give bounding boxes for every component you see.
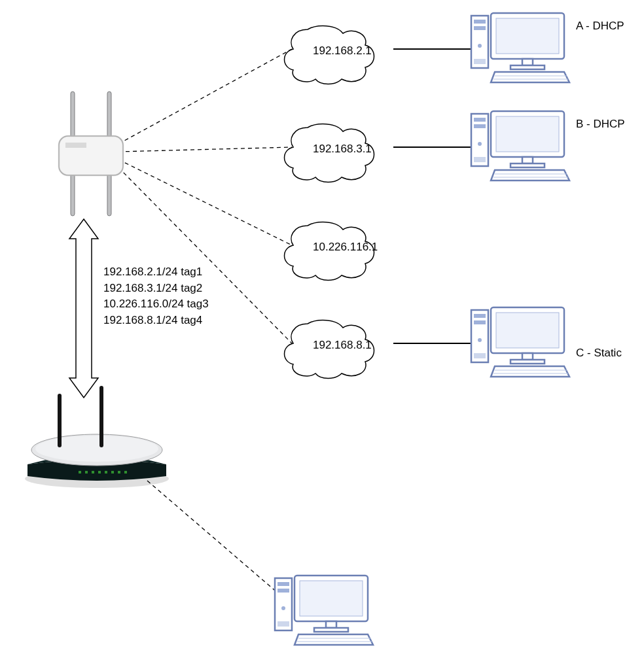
svg-rect-11 — [98, 471, 101, 473]
svg-rect-4 — [65, 143, 86, 148]
link-ap-cloud1 — [118, 49, 292, 144]
cloud-4-ip: 192.168.8.1 — [313, 339, 372, 352]
svg-rect-15 — [124, 471, 127, 473]
svg-rect-10 — [92, 471, 94, 473]
trunk-arrow — [69, 219, 98, 398]
link-ap-cloud2 — [118, 147, 292, 152]
trunk-line-1: 192.168.2.1/24 tag1 — [103, 264, 209, 281]
svg-rect-12 — [105, 471, 107, 473]
computer-c-icon — [471, 307, 569, 377]
trunk-line-3: 10.226.116.0/24 tag3 — [103, 296, 209, 313]
router-icon — [25, 386, 169, 488]
link-router-pc — [147, 481, 288, 602]
host-a-label: A - DHCP — [576, 20, 624, 33]
trunk-line-4: 192.168.8.1/24 tag4 — [103, 313, 209, 329]
diagram-canvas — [0, 0, 644, 654]
link-ap-cloud3 — [118, 160, 292, 245]
trunk-line-2: 192.168.3.1/24 tag2 — [103, 281, 209, 297]
access-point-icon — [59, 92, 123, 216]
host-c-label: C - Static — [576, 347, 622, 360]
computer-bottom-icon — [275, 576, 373, 645]
svg-point-7 — [35, 436, 158, 462]
computer-a-icon — [471, 13, 569, 82]
trunk-config: 192.168.2.1/24 tag1 192.168.3.1/24 tag2 … — [103, 264, 209, 329]
svg-rect-17 — [99, 386, 103, 447]
svg-rect-2 — [59, 136, 123, 175]
host-b-label: B - DHCP — [576, 118, 625, 131]
svg-rect-16 — [58, 394, 62, 447]
svg-rect-8 — [79, 471, 81, 473]
svg-rect-14 — [118, 471, 120, 473]
svg-rect-9 — [85, 471, 88, 473]
computer-b-icon — [471, 111, 569, 181]
cloud-2-ip: 192.168.3.1 — [313, 143, 372, 156]
svg-rect-13 — [111, 471, 114, 473]
cloud-3-ip: 10.226.116.1 — [313, 241, 378, 254]
cloud-1-ip: 192.168.2.1 — [313, 44, 372, 58]
